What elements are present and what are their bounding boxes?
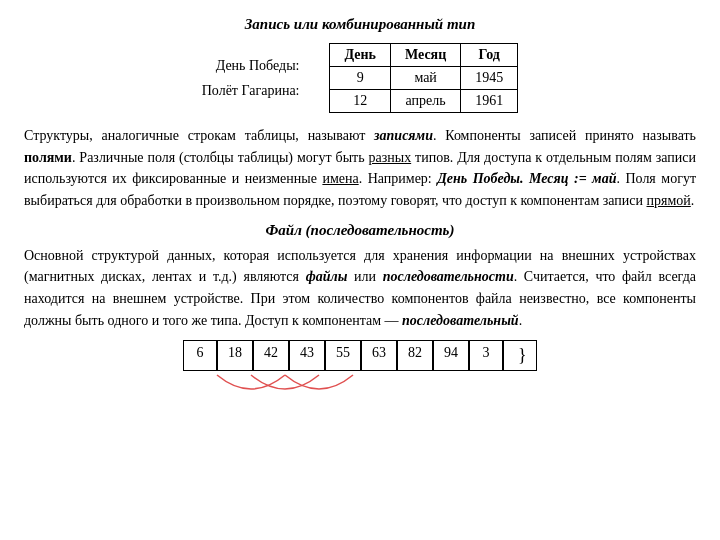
- seq-open-end: }: [503, 340, 537, 371]
- body-paragraph-1: Структуры, аналогичные строкам таблицы, …: [24, 125, 696, 212]
- row-labels: День Победы: Полёт Гагарина:: [202, 53, 300, 103]
- text-or: или: [347, 269, 382, 284]
- text-sequential-bold: последовательный: [402, 313, 519, 328]
- text-direct-underline: прямой: [647, 193, 691, 208]
- cell-year-2: 1961: [461, 90, 518, 113]
- cell-day-2: 12: [330, 90, 391, 113]
- page-title: Запись или комбинированный тип: [24, 16, 696, 33]
- table-row: 12 апрель 1961: [330, 90, 518, 113]
- sequence-arrows-svg: [200, 371, 520, 409]
- text-names-underline: имена: [322, 171, 358, 186]
- text-period: .: [691, 193, 695, 208]
- sequence-diagram: 6 18 42 43 55 63 82 94 3 }: [24, 340, 696, 409]
- col-header-day: День: [330, 44, 391, 67]
- data-table: День Месяц Год 9 май 1945 12 апрель 1961: [329, 43, 518, 113]
- seq-val-7: 94: [433, 340, 469, 371]
- sequence-boxes: 6 18 42 43 55 63 82 94 3 }: [183, 340, 537, 371]
- seq-val-4: 55: [325, 340, 361, 371]
- seq-val-2: 42: [253, 340, 289, 371]
- section-title-file: Файл (последовательность): [24, 222, 696, 239]
- seq-val-0: 6: [183, 340, 217, 371]
- col-header-month: Месяц: [390, 44, 460, 67]
- table-row: 9 май 1945: [330, 67, 518, 90]
- text-example-value: День Победы. Месяц := май: [437, 171, 616, 186]
- seq-val-3: 43: [289, 340, 325, 371]
- text-final-period: .: [519, 313, 523, 328]
- seq-val-1: 18: [217, 340, 253, 371]
- seq-val-6: 82: [397, 340, 433, 371]
- text-different-underline: разных: [369, 150, 412, 165]
- cell-year-1: 1945: [461, 67, 518, 90]
- text-for-example: . Например:: [359, 171, 438, 186]
- seq-val-8: 3: [469, 340, 503, 371]
- text-sequences-bold: последовательности: [383, 269, 514, 284]
- seq-val-5: 63: [361, 340, 397, 371]
- text-files-bold: файлы: [306, 269, 348, 284]
- cell-day-1: 9: [330, 67, 391, 90]
- label-row2: Полёт Гагарина:: [202, 78, 300, 103]
- text-after-records: . Компоненты записей принято называть: [433, 128, 696, 143]
- col-header-year: Год: [461, 44, 518, 67]
- text-after-fields: . Различные поля (столбцы таблицы) могут…: [72, 150, 369, 165]
- text-records-bold: записями: [374, 128, 433, 143]
- label-row1: День Победы:: [202, 53, 300, 78]
- table-section: День Победы: Полёт Гагарина: День Месяц …: [24, 43, 696, 113]
- text-fields-bold: полями: [24, 150, 72, 165]
- cell-month-2: апрель: [390, 90, 460, 113]
- body-paragraph-2: Основной структурой данных, которая испо…: [24, 245, 696, 332]
- cell-month-1: май: [390, 67, 460, 90]
- text-records-intro: Структуры, аналогичные строкам таблицы, …: [24, 128, 374, 143]
